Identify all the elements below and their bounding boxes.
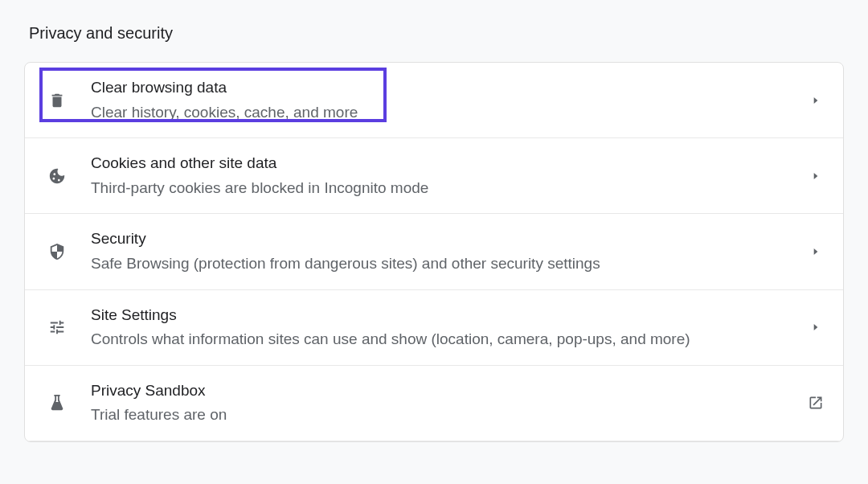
security-row[interactable]: Security Safe Browsing (protection from …	[25, 214, 843, 289]
row-title: Security	[91, 228, 808, 250]
chevron-right-icon	[808, 319, 824, 335]
row-title: Privacy Sandbox	[91, 380, 808, 402]
flask-icon	[47, 393, 67, 412]
row-title: Clear browsing data	[91, 77, 808, 99]
row-text: Privacy Sandbox Trial features are on	[91, 380, 808, 426]
clear-browsing-data-row[interactable]: Clear browsing data Clear history, cooki…	[25, 63, 843, 138]
site-settings-row[interactable]: Site Settings Controls what information …	[25, 290, 843, 366]
section-title: Privacy and security	[29, 24, 844, 43]
row-desc: Trial features are on	[91, 404, 808, 426]
row-text: Site Settings Controls what information …	[91, 305, 808, 351]
shield-icon	[47, 242, 67, 261]
privacy-sandbox-row[interactable]: Privacy Sandbox Trial features are on	[25, 366, 843, 441]
row-title: Site Settings	[91, 305, 808, 326]
row-desc: Safe Browsing (protection from dangerous…	[91, 253, 808, 275]
cookies-row[interactable]: Cookies and other site data Third-party …	[25, 138, 843, 214]
row-text: Security Safe Browsing (protection from …	[91, 228, 808, 274]
trash-icon	[47, 91, 67, 110]
row-desc: Third-party cookies are blocked in Incog…	[91, 178, 808, 199]
chevron-right-icon	[808, 168, 824, 184]
row-text: Clear browsing data Clear history, cooki…	[91, 77, 808, 123]
row-desc: Clear history, cookies, cache, and more	[91, 102, 808, 124]
tune-icon	[47, 318, 67, 337]
cookie-icon	[47, 166, 67, 186]
chevron-right-icon	[808, 244, 824, 260]
privacy-settings-card: Clear browsing data Clear history, cooki…	[24, 62, 844, 442]
row-desc: Controls what information sites can use …	[91, 329, 808, 351]
external-link-icon	[808, 395, 824, 411]
row-title: Cookies and other site data	[91, 153, 808, 174]
row-text: Cookies and other site data Third-party …	[91, 153, 808, 199]
chevron-right-icon	[808, 92, 824, 109]
